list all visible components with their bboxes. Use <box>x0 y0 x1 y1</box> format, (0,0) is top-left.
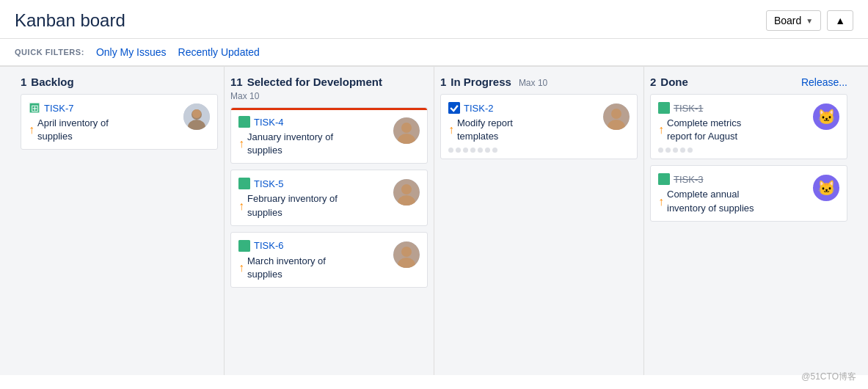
dot <box>492 148 497 153</box>
avatar-tisk-4 <box>393 117 420 144</box>
page-title: Kanban board <box>15 10 125 31</box>
card-tisk-4-content: TISK-4 ↑ January inventory ofsupplies <box>238 116 333 157</box>
card-tisk-3[interactable]: TISK-3 ↑ Complete annualinventory of sup… <box>650 165 847 221</box>
svg-point-21 <box>611 109 621 119</box>
card-tisk-6-title: March inventory ofsupplies <box>247 255 326 281</box>
column-done-title: Done <box>660 76 688 88</box>
svg-text:⊞: ⊞ <box>31 103 39 114</box>
card-tisk-7-title: April inventory ofsupplies <box>37 117 109 143</box>
card-tisk-1-dots <box>658 148 741 153</box>
column-selected-header: 11 Selected for Development <box>230 76 428 88</box>
story-icon <box>238 240 250 252</box>
filter-recently-updated[interactable]: Recently Updated <box>178 46 260 58</box>
card-tisk-4-top: TISK-4 ↑ January inventory ofsupplies <box>238 116 420 157</box>
quick-filters-bar: QUICK FILTERS: Only My Issues Recently U… <box>0 39 868 67</box>
dot <box>665 148 671 153</box>
svg-rect-19 <box>448 102 460 114</box>
column-inprogress-max: Max 10 <box>519 78 547 88</box>
card-tisk-1-title: Complete metricsreport for August <box>667 117 741 143</box>
red-bar-tisk-4 <box>231 108 427 110</box>
chevron-down-icon: ▼ <box>806 17 813 25</box>
svg-rect-24 <box>658 173 670 185</box>
card-tisk-1-id-row: TISK-1 <box>658 102 741 114</box>
card-tisk-7-top: ⊞ TISK-7 ↑ April inventory ofsupplies <box>29 102 210 143</box>
card-tisk-6-top: TISK-6 ↑ March inventory ofsupplies <box>238 240 420 281</box>
card-tisk-2-priority-row: ↑ Modify reporttemplates <box>448 117 513 143</box>
svg-rect-15 <box>238 240 250 252</box>
priority-icon: ↑ <box>238 261 244 275</box>
card-tisk-2-content: TISK-2 ↑ Modify reporttemplates <box>448 102 513 153</box>
column-selected-title: Selected for Development <box>247 76 382 88</box>
card-tisk-4-id[interactable]: TISK-4 <box>254 117 283 128</box>
dot <box>673 148 678 153</box>
dot <box>658 148 663 153</box>
card-tisk-7-id-row: ⊞ TISK-7 <box>29 102 109 114</box>
card-tisk-4-priority-row: ↑ January inventory ofsupplies <box>238 131 333 157</box>
avatar-tisk-1: 🐱 <box>813 103 839 130</box>
dot <box>478 148 483 153</box>
card-tisk-2-id-row: TISK-2 <box>448 102 513 114</box>
story-icon: ⊞ <box>29 102 40 114</box>
priority-icon: ↑ <box>658 123 664 137</box>
priority-icon: ↑ <box>238 137 244 150</box>
watermark: @51CTO博客 <box>801 371 856 375</box>
svg-rect-11 <box>238 178 250 189</box>
story-icon <box>238 116 250 128</box>
card-tisk-1-top: TISK-1 ↑ Complete metricsreport for Augu… <box>658 102 839 153</box>
release-link[interactable]: Release... <box>801 76 847 88</box>
card-tisk-2[interactable]: TISK-2 ↑ Modify reporttemplates <box>440 94 638 159</box>
dot <box>680 148 685 153</box>
card-tisk-3-id-row: TISK-3 <box>658 173 754 185</box>
card-tisk-5-priority-row: ↑ February inventory ofsupplies <box>238 192 338 219</box>
card-tisk-4[interactable]: TISK-4 ↑ January inventory ofsupplies <box>230 107 428 164</box>
card-tisk-7-priority-row: ↑ April inventory ofsupplies <box>29 117 109 143</box>
filter-only-my-issues[interactable]: Only My Issues <box>96 46 167 58</box>
column-inprogress-header: 1 In Progress Max 10 <box>440 76 638 88</box>
column-backlog: 1 Backlog ⊞ TISK-7 ↑ April inventory ofs… <box>15 67 225 375</box>
avatar-tisk-3: 🐱 <box>813 175 839 201</box>
card-tisk-4-id-row: TISK-4 <box>238 116 333 128</box>
quick-filters-label: QUICK FILTERS: <box>15 48 84 57</box>
card-tisk-4-title: January inventory ofsupplies <box>247 131 333 157</box>
card-tisk-2-id[interactable]: TISK-2 <box>464 103 493 114</box>
column-done: 2 Done Release... TISK-1 ↑ Complete metr… <box>644 67 853 375</box>
card-tisk-6[interactable]: TISK-6 ↑ March inventory ofsupplies <box>230 232 428 288</box>
column-selected-count: 11 <box>230 76 243 88</box>
svg-point-6 <box>192 109 201 118</box>
story-icon <box>658 173 670 185</box>
svg-point-9 <box>401 123 412 133</box>
card-tisk-6-id[interactable]: TISK-6 <box>254 240 283 251</box>
card-tisk-7[interactable]: ⊞ TISK-7 ↑ April inventory ofsupplies <box>21 94 218 150</box>
column-done-count: 2 <box>650 76 656 88</box>
card-tisk-3-title: Complete annualinventory of supplies <box>667 188 754 214</box>
dot <box>688 148 693 153</box>
avatar-tisk-7 <box>183 103 210 130</box>
card-tisk-3-content: TISK-3 ↑ Complete annualinventory of sup… <box>658 173 754 214</box>
board-dropdown-label: Board <box>774 15 801 26</box>
card-tisk-7-id[interactable]: TISK-7 <box>44 103 73 114</box>
avatar-tisk-5 <box>393 179 420 206</box>
collapse-button[interactable]: ▲ <box>827 10 853 31</box>
column-inprogress: 1 In Progress Max 10 TISK-2 <box>434 67 644 375</box>
dot <box>485 148 490 153</box>
card-tisk-5-title: February inventory ofsupplies <box>247 192 338 219</box>
card-tisk-5-id[interactable]: TISK-5 <box>254 178 283 189</box>
card-tisk-1-id[interactable]: TISK-1 <box>674 103 703 114</box>
column-backlog-count: 1 <box>21 76 26 88</box>
column-inprogress-title: In Progress <box>451 76 511 88</box>
card-tisk-5[interactable]: TISK-5 ↑ February inventory ofsupplies <box>230 170 428 225</box>
card-tisk-2-dots <box>448 148 513 153</box>
board-dropdown-button[interactable]: Board ▼ <box>766 10 821 31</box>
card-tisk-1-priority-row: ↑ Complete metricsreport for August <box>658 117 741 143</box>
column-selected: 11 Selected for Development Max 10 TISK-… <box>225 67 434 375</box>
card-tisk-5-top: TISK-5 ↑ February inventory ofsupplies <box>238 178 420 219</box>
dot <box>448 148 453 153</box>
check-icon <box>448 102 460 114</box>
card-tisk-3-id[interactable]: TISK-3 <box>674 174 703 185</box>
dot <box>456 148 461 153</box>
card-tisk-3-priority-row: ↑ Complete annualinventory of supplies <box>658 188 754 214</box>
card-tisk-3-top: TISK-3 ↑ Complete annualinventory of sup… <box>658 173 839 214</box>
column-backlog-title: Backlog <box>31 76 73 88</box>
card-tisk-1[interactable]: TISK-1 ↑ Complete metricsreport for Augu… <box>650 94 847 159</box>
card-tisk-2-top: TISK-2 ↑ Modify reporttemplates <box>448 102 630 153</box>
